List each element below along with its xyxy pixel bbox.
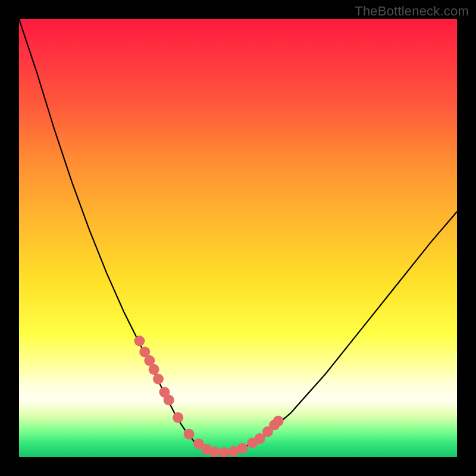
data-point-marker: [153, 374, 164, 384]
watermark-text: TheBottleneck.com: [355, 4, 469, 19]
data-point-marker: [237, 443, 248, 453]
data-point-marker: [173, 412, 183, 423]
data-point-marker: [218, 447, 229, 457]
marker-group: [134, 336, 283, 457]
plot-area: [19, 19, 457, 457]
chart-svg: [19, 19, 457, 457]
bottleneck-curve: [19, 19, 457, 453]
data-point-marker: [273, 416, 284, 427]
outer-frame: TheBottleneck.com: [0, 0, 476, 476]
data-point-marker: [164, 394, 174, 405]
data-point-marker: [184, 429, 195, 440]
bottleneck-curve-path: [19, 19, 457, 453]
data-point-marker: [149, 364, 159, 375]
data-point-marker: [134, 336, 145, 346]
data-point-marker: [209, 446, 220, 457]
